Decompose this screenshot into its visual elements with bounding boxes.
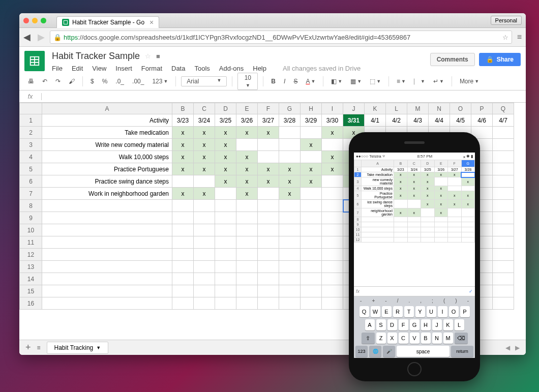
kbd-key[interactable]: B xyxy=(421,333,431,344)
tab-close-icon[interactable]: × xyxy=(149,18,154,26)
cell[interactable] xyxy=(493,285,514,297)
cell[interactable] xyxy=(42,285,172,297)
phone-cell[interactable]: x xyxy=(407,186,421,191)
menu-addons[interactable]: Add-ons xyxy=(219,65,244,72)
cell[interactable] xyxy=(172,285,194,297)
cell[interactable]: x xyxy=(301,139,322,151)
row-header[interactable]: 9 xyxy=(20,212,42,224)
sheet-tab-menu-icon[interactable]: ▼ xyxy=(96,345,101,350)
cell[interactable]: x xyxy=(236,175,258,188)
cell[interactable] xyxy=(258,188,279,200)
phone-cell[interactable] xyxy=(448,177,462,186)
cell[interactable]: x xyxy=(215,127,236,139)
kbd-symbol[interactable]: - xyxy=(385,298,386,304)
phone-cell[interactable] xyxy=(434,222,448,227)
row-header[interactable]: 3 xyxy=(20,139,42,151)
kbd-key[interactable]: A xyxy=(365,319,375,330)
column-header[interactable]: P xyxy=(471,103,493,114)
back-icon[interactable]: ◀ xyxy=(23,32,31,43)
cell[interactable]: Practice swing dance steps xyxy=(42,175,172,188)
cell[interactable] xyxy=(42,236,172,249)
phone-cell[interactable] xyxy=(421,237,435,243)
phone-cell[interactable]: Take medication xyxy=(362,172,394,177)
cell[interactable] xyxy=(215,297,236,310)
cell[interactable] xyxy=(301,212,322,224)
cell[interactable]: Walk 10,000 steps xyxy=(42,151,172,163)
kbd-backspace-icon[interactable]: ⌫ xyxy=(455,333,468,344)
column-header[interactable]: L xyxy=(386,103,407,114)
cell[interactable]: 3/28 xyxy=(279,114,301,127)
column-header[interactable]: C xyxy=(194,103,215,114)
cell[interactable] xyxy=(322,297,343,310)
phone-row-header[interactable]: 7 xyxy=(354,208,362,217)
phone-cell[interactable] xyxy=(448,186,462,191)
cell[interactable] xyxy=(279,212,301,224)
cell[interactable]: x xyxy=(258,175,279,188)
cell[interactable] xyxy=(194,224,215,236)
cell[interactable] xyxy=(322,285,343,297)
phone-cell[interactable] xyxy=(461,227,475,232)
folder-icon[interactable]: ■ xyxy=(156,52,160,60)
cell[interactable] xyxy=(301,236,322,249)
cell[interactable] xyxy=(322,175,343,188)
cell[interactable]: 3/27 xyxy=(258,114,279,127)
cell[interactable] xyxy=(322,261,343,273)
cell[interactable] xyxy=(301,297,322,310)
kbd-key[interactable]: O xyxy=(449,306,459,317)
cell[interactable] xyxy=(301,285,322,297)
paint-format-icon[interactable]: 🖌 xyxy=(66,76,77,86)
phone-row-header[interactable]: 8 xyxy=(354,217,362,222)
phone-row-header[interactable]: 1 xyxy=(354,167,362,172)
column-header[interactable]: M xyxy=(407,103,429,114)
cell[interactable] xyxy=(301,249,322,261)
kbd-key[interactable]: P xyxy=(460,306,470,317)
column-header[interactable]: J xyxy=(343,103,365,114)
phone-cell[interactable] xyxy=(362,217,394,222)
formula-confirm-icon[interactable]: ✓ xyxy=(469,289,473,294)
cell[interactable] xyxy=(322,212,343,224)
column-header[interactable]: Q xyxy=(493,103,514,114)
browser-tab[interactable]: Habit Tracker Sample - Go × xyxy=(56,16,159,28)
browser-menu-icon[interactable]: ≡ xyxy=(517,33,522,42)
kbd-key[interactable]: L xyxy=(455,319,464,330)
cell[interactable]: x xyxy=(236,163,258,175)
cell[interactable] xyxy=(172,175,194,188)
undo-icon[interactable]: ↶ xyxy=(40,76,50,86)
cell[interactable] xyxy=(322,249,343,261)
phone-cell[interactable] xyxy=(362,232,394,237)
phone-cell[interactable] xyxy=(407,222,421,227)
phone-cell[interactable]: x xyxy=(448,200,462,208)
cell[interactable]: x xyxy=(236,188,258,200)
phone-cell[interactable]: x xyxy=(407,208,421,217)
row-header[interactable]: 4 xyxy=(20,151,42,163)
phone-cell[interactable]: x xyxy=(434,200,448,208)
phone-row-header[interactable]: 4 xyxy=(354,186,362,191)
phone-cell[interactable] xyxy=(362,237,394,243)
kbd-key[interactable]: H xyxy=(421,319,431,330)
phone-row-header[interactable]: 9 xyxy=(354,222,362,227)
font-size-select[interactable]: 10 ▼ xyxy=(237,73,258,90)
row-header[interactable]: 10 xyxy=(20,224,42,236)
cell[interactable]: 4/5 xyxy=(450,114,471,127)
cell[interactable] xyxy=(215,188,236,200)
cell[interactable] xyxy=(42,249,172,261)
phone-col-header[interactable]: A xyxy=(362,160,394,167)
star-icon[interactable]: ☆ xyxy=(145,52,151,60)
cell[interactable] xyxy=(493,212,514,224)
phone-cell[interactable] xyxy=(448,232,462,237)
cell[interactable] xyxy=(493,200,514,212)
phone-row-header[interactable]: 3 xyxy=(354,177,362,186)
phone-cell[interactable]: Practice Portuguese xyxy=(362,191,394,200)
cell[interactable] xyxy=(322,188,343,200)
cell[interactable] xyxy=(493,127,514,139)
cell[interactable] xyxy=(301,224,322,236)
cell[interactable]: x xyxy=(172,151,194,163)
increase-decimal[interactable]: .00_ xyxy=(130,76,146,86)
cell[interactable]: x xyxy=(236,127,258,139)
phone-cell[interactable] xyxy=(407,237,421,243)
cell[interactable] xyxy=(236,139,258,151)
cell[interactable] xyxy=(301,273,322,285)
cell[interactable]: x xyxy=(194,188,215,200)
kbd-key[interactable]: M xyxy=(443,333,453,344)
phone-row-header[interactable]: 10 xyxy=(354,227,362,232)
